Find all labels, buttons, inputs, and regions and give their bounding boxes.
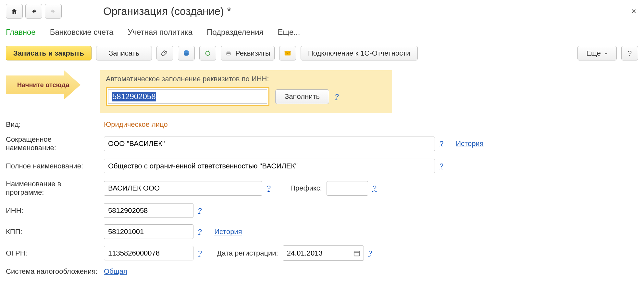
regdate-help[interactable]: ? [368, 249, 372, 257]
tab-departments[interactable]: Подразделения [207, 28, 264, 37]
calendar-icon[interactable] [350, 250, 364, 257]
fill-button[interactable]: Заполнить [275, 89, 329, 104]
arrow-left-icon [30, 8, 37, 15]
requisites-label: Реквизиты [235, 49, 270, 58]
tab-accounting-policy[interactable]: Учетная политика [128, 28, 192, 37]
forward-button[interactable] [45, 4, 62, 19]
regdate-input[interactable] [283, 246, 350, 260]
full-name-input[interactable] [104, 159, 435, 173]
svg-rect-3 [227, 54, 230, 56]
auto-fill-inn-value: 5812902058 [112, 92, 156, 101]
paperclip-icon [161, 50, 168, 57]
prefix-input[interactable] [327, 181, 368, 196]
kpp-label: КПП: [6, 228, 99, 236]
kpp-help[interactable]: ? [198, 228, 202, 236]
connect-1c-button[interactable]: Подключение к 1С-Отчетности [301, 46, 418, 60]
prog-name-input[interactable] [104, 181, 262, 196]
regdate-label: Дата регистрации: [217, 249, 278, 257]
save-and-close-button[interactable]: Записать и закрыть [6, 46, 92, 60]
org-form: Вид: Юридическое лицо Сокращенное наимен… [6, 120, 638, 276]
ogrn-label: ОГРН: [6, 249, 99, 257]
prog-name-label: Наименование в программе: [6, 180, 99, 197]
help-button[interactable]: ? [621, 46, 638, 60]
start-here-label: Начните отсюда [17, 81, 69, 89]
short-name-input[interactable] [104, 137, 435, 151]
tax-system-label: Система налогообложения: [6, 267, 99, 276]
more-dropdown[interactable]: Еще [577, 46, 617, 60]
inn-input[interactable] [104, 203, 193, 218]
full-name-label: Полное наименование: [6, 162, 99, 170]
short-name-help[interactable]: ? [440, 139, 443, 148]
ogrn-help[interactable]: ? [198, 249, 202, 257]
kpp-input[interactable] [104, 224, 193, 239]
mail-icon [284, 50, 291, 57]
tabs-bar: Главное Банковские счета Учетная политик… [6, 28, 638, 37]
tax-system-link[interactable]: Общая [104, 267, 127, 276]
database-icon [183, 50, 190, 57]
close-icon: × [631, 6, 636, 16]
inn-label: ИНН: [6, 206, 99, 215]
requisites-button[interactable]: Реквизиты [221, 46, 275, 60]
save-button[interactable]: Записать [96, 46, 152, 60]
refresh-button[interactable] [199, 46, 216, 60]
svg-rect-2 [227, 51, 230, 52]
arrow-right-icon [50, 8, 57, 15]
tab-main[interactable]: Главное [6, 28, 36, 37]
page-title: Организация (создание) * [68, 5, 231, 18]
attach-button[interactable] [156, 46, 173, 60]
home-button[interactable] [6, 4, 23, 19]
auto-fill-label: Автоматическое заполнение реквизитов по … [106, 75, 386, 83]
home-icon [11, 8, 18, 15]
toolbar: Записать и закрыть Записать Реквизиты По… [6, 46, 638, 60]
kpp-history-link[interactable]: История [214, 228, 242, 236]
ogrn-input[interactable] [104, 246, 193, 260]
short-name-label: Сокращенное наименование: [6, 135, 99, 152]
inn-input-wrap: 5812902058 [106, 87, 269, 106]
svg-rect-4 [285, 51, 291, 55]
vid-label: Вид: [6, 120, 99, 129]
svg-rect-5 [354, 251, 359, 256]
back-button[interactable] [25, 4, 42, 19]
mail-button[interactable] [279, 46, 296, 60]
tab-bank-accounts[interactable]: Банковские счета [50, 28, 114, 37]
auto-fill-help[interactable]: ? [335, 92, 339, 101]
database-button[interactable] [178, 46, 195, 60]
prefix-help[interactable]: ? [373, 184, 377, 192]
tab-more[interactable]: Еще... [278, 28, 300, 37]
prefix-label: Префикс: [290, 184, 322, 192]
printer-icon [225, 50, 232, 57]
inn-help[interactable]: ? [198, 206, 202, 215]
full-name-help[interactable]: ? [440, 162, 443, 170]
vid-value[interactable]: Юридическое лицо [104, 120, 168, 129]
auto-fill-inn-input[interactable]: 5812902058 [108, 89, 267, 104]
prog-name-help[interactable]: ? [267, 184, 271, 192]
short-name-history-link[interactable]: История [456, 139, 483, 148]
close-button[interactable]: × [629, 4, 638, 18]
refresh-icon [204, 50, 211, 57]
auto-fill-panel: Автоматическое заполнение реквизитов по … [100, 70, 392, 113]
start-here-arrow: Начните отсюда [6, 70, 80, 99]
